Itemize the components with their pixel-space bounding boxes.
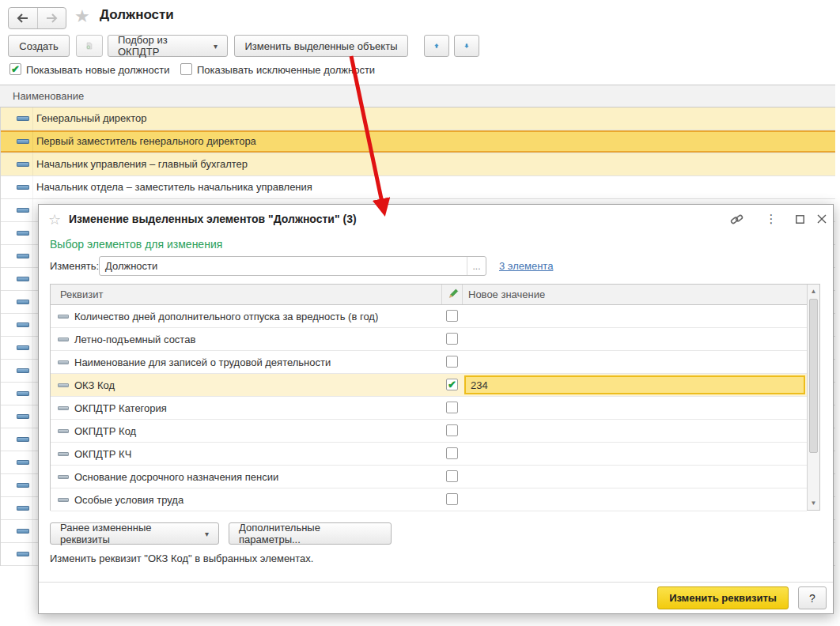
- submit-button-label: Изменить реквизиты: [669, 592, 777, 604]
- attribute-name: ОКПДТР Категория: [74, 402, 167, 414]
- list-item[interactable]: Генеральный директор: [1, 107, 835, 130]
- close-icon: [817, 214, 827, 224]
- attribute-row[interactable]: ОКПДТР КЧ: [51, 443, 807, 466]
- maximize-button[interactable]: [792, 212, 808, 226]
- position-item-icon: [17, 277, 29, 281]
- back-button[interactable]: [9, 8, 37, 28]
- arrow-down-icon: [464, 40, 469, 51]
- favorite-star-icon[interactable]: ★: [74, 6, 90, 27]
- help-button[interactable]: ?: [798, 586, 827, 609]
- move-down-button[interactable]: [454, 35, 479, 57]
- attribute-row[interactable]: ОКПДТР Код: [51, 420, 807, 443]
- position-item-icon: [17, 185, 29, 190]
- additional-params-label: Дополнительные параметры...: [239, 522, 381, 545]
- dialog-title: Изменение выделенных элементов "Должност…: [69, 213, 357, 225]
- position-item-icon: [17, 437, 29, 442]
- submit-button[interactable]: Изменить реквизиты: [657, 586, 789, 609]
- position-name: Начальник управления – главный бухгалтер: [36, 158, 248, 170]
- more-menu-button[interactable]: ⋮: [763, 212, 779, 226]
- attribute-checkbox[interactable]: [446, 310, 458, 322]
- scrollbar-thumb[interactable]: [809, 299, 818, 453]
- list-column-header-label: Наименование: [13, 90, 84, 102]
- page-title: Должности: [100, 7, 174, 23]
- position-item-icon: [17, 552, 29, 556]
- attributes-table-header[interactable]: Реквизит Новое значение: [51, 285, 807, 305]
- position-item-icon: [17, 300, 29, 304]
- change-field-label: Изменять:: [50, 260, 99, 272]
- list-item[interactable]: Первый заместитель генерального директор…: [1, 130, 835, 153]
- attr-column-header: Реквизит: [60, 288, 103, 300]
- attribute-item-icon: [58, 429, 69, 433]
- position-item-icon: [17, 506, 29, 511]
- position-item-icon: [17, 231, 29, 236]
- attribute-row[interactable]: ОКПДТР Категория: [51, 397, 807, 420]
- position-item-icon: [17, 254, 29, 258]
- selected-elements-link[interactable]: 3 элемента: [499, 260, 553, 272]
- pick-from-okpdtr-button[interactable]: Подбор из ОКПДТР ▾: [108, 35, 228, 57]
- new-value-input[interactable]: 234: [464, 375, 805, 394]
- show-new-positions-label: Показывать новые должности: [26, 64, 169, 76]
- attribute-row[interactable]: Наименование для записей о трудовой деят…: [51, 351, 807, 374]
- scroll-down-icon[interactable]: ▼: [808, 497, 819, 509]
- attribute-item-icon: [58, 383, 69, 387]
- dialog-favorite-star-icon[interactable]: ☆: [48, 211, 61, 228]
- forward-button[interactable]: [37, 8, 66, 28]
- attribute-row[interactable]: Летно-подъемный состав: [51, 328, 807, 351]
- bulk-edit-button[interactable]: Изменить выделенные объекты: [234, 35, 408, 57]
- attribute-checkbox[interactable]: [446, 402, 458, 413]
- table-scrollbar[interactable]: ▲ ▼: [807, 285, 819, 510]
- move-up-button[interactable]: [424, 35, 449, 57]
- show-excluded-positions-label: Показывать исключенные должности: [197, 64, 375, 76]
- attribute-name: Наименование для записей о трудовой деят…: [74, 356, 331, 368]
- attribute-row[interactable]: Особые условия труда: [51, 488, 807, 511]
- position-name: Первый заместитель генерального директор…: [36, 135, 256, 147]
- show-new-positions-checkbox[interactable]: ✔: [9, 63, 21, 75]
- attribute-checkbox[interactable]: ✔: [446, 379, 458, 390]
- get-link-button[interactable]: [728, 212, 744, 226]
- list-item[interactable]: Начальник отдела – заместитель начальник…: [1, 176, 835, 199]
- attributes-table: Реквизит Новое значение Количество дней …: [50, 284, 820, 511]
- change-target-input[interactable]: Должности ...: [99, 256, 486, 276]
- change-target-value: Должности: [100, 260, 467, 272]
- attribute-row[interactable]: ОКЗ Код✔234: [51, 374, 807, 397]
- attribute-item-icon: [58, 315, 69, 319]
- position-item-icon: [17, 116, 29, 121]
- list-column-header[interactable]: Наименование: [0, 85, 835, 107]
- show-excluded-positions-checkbox[interactable]: [180, 63, 192, 75]
- filter-row: ✔ Показывать новые должности Показывать …: [0, 62, 840, 79]
- choose-button[interactable]: ...: [467, 257, 486, 275]
- attribute-item-icon: [58, 498, 69, 502]
- attribute-checkbox[interactable]: [446, 493, 458, 505]
- history-buttons: [8, 7, 66, 29]
- position-item-icon: [17, 139, 29, 144]
- attribute-name: ОКПДТР Код: [74, 425, 136, 437]
- help-icon: ?: [809, 592, 815, 605]
- attribute-checkbox[interactable]: [446, 333, 458, 345]
- attribute-name: Основание досрочного назначения пенсии: [74, 471, 278, 483]
- attribute-item-icon: [58, 338, 69, 341]
- attribute-checkbox[interactable]: [446, 424, 458, 436]
- position-item-icon: [17, 414, 29, 419]
- dialog-status-text: Изменить реквизит "ОКЗ Код" в выбранных …: [50, 552, 313, 564]
- previous-attrs-label: Ранее измененные реквизиты: [60, 522, 200, 545]
- bulk-edit-dialog: ☆ Изменение выделенных элементов "Должно…: [38, 204, 834, 614]
- attr-rows: Количество дней дополнительного отпуска …: [51, 305, 807, 510]
- previous-attrs-button[interactable]: Ранее измененные реквизиты ▾: [50, 522, 219, 545]
- additional-params-button[interactable]: Дополнительные параметры...: [229, 522, 392, 545]
- attribute-name: ОКЗ Код: [74, 379, 115, 391]
- close-button[interactable]: [814, 212, 830, 226]
- maximize-icon: [796, 215, 804, 224]
- app-window: ★ Должности Создать Подбор из ОКПДТР ▾ И…: [0, 0, 840, 626]
- attribute-row[interactable]: Основание досрочного назначения пенсии: [51, 466, 807, 488]
- attribute-checkbox[interactable]: [446, 470, 458, 482]
- attribute-checkbox[interactable]: [446, 447, 458, 459]
- position-item-icon: [17, 391, 29, 396]
- list-item[interactable]: Начальник управления – главный бухгалтер: [1, 153, 835, 176]
- scroll-up-icon[interactable]: ▲: [808, 285, 819, 297]
- copy-button[interactable]: [76, 35, 103, 57]
- attribute-row[interactable]: Количество дней дополнительного отпуска …: [51, 305, 807, 328]
- attribute-checkbox[interactable]: [446, 356, 458, 368]
- attribute-name: Летно-подъемный состав: [74, 334, 195, 345]
- position-name: Начальник отдела – заместитель начальник…: [36, 181, 312, 193]
- create-button[interactable]: Создать: [8, 35, 70, 57]
